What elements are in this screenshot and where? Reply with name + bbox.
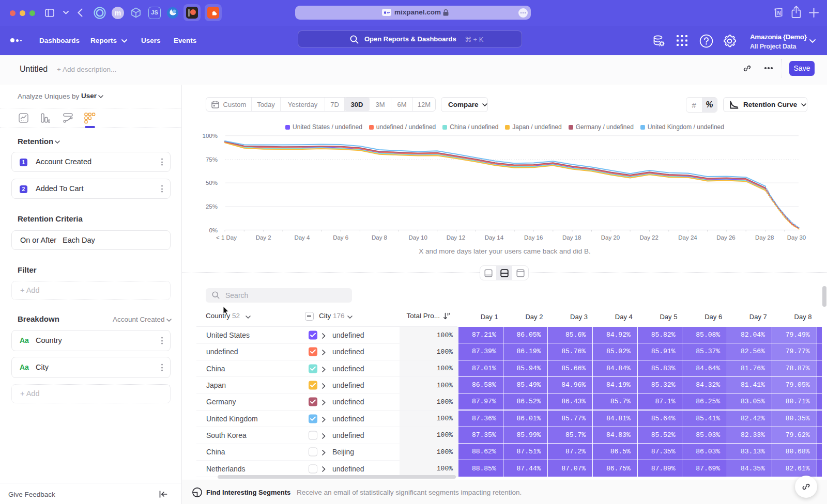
svg-text:Day 28: Day 28 — [755, 234, 774, 241]
svg-text:Day 22: Day 22 — [639, 234, 658, 241]
svg-text:100%: 100% — [203, 133, 218, 139]
svg-text:Day 20: Day 20 — [601, 234, 620, 241]
svg-text:Day 12: Day 12 — [447, 234, 465, 241]
svg-text:Day 14: Day 14 — [485, 234, 504, 241]
svg-text:N: N — [777, 10, 781, 16]
svg-text:Day 8: Day 8 — [372, 234, 387, 241]
svg-text:Day 26: Day 26 — [716, 234, 735, 241]
svg-text:Day 2: Day 2 — [256, 234, 271, 241]
svg-text:Day 16: Day 16 — [524, 234, 543, 241]
svg-text:Day 6: Day 6 — [333, 234, 348, 241]
svg-text:Day 18: Day 18 — [562, 234, 581, 241]
svg-text:0%: 0% — [209, 227, 218, 233]
svg-text:Day 4: Day 4 — [294, 234, 310, 241]
svg-text:50%: 50% — [206, 180, 218, 186]
svg-text:Day 24: Day 24 — [678, 234, 697, 241]
svg-text:Day 10: Day 10 — [408, 234, 427, 241]
svg-text:Day 30: Day 30 — [787, 234, 806, 241]
svg-text:25%: 25% — [206, 203, 218, 210]
svg-text:75%: 75% — [206, 156, 218, 163]
svg-text:< 1 Day: < 1 Day — [216, 234, 237, 241]
